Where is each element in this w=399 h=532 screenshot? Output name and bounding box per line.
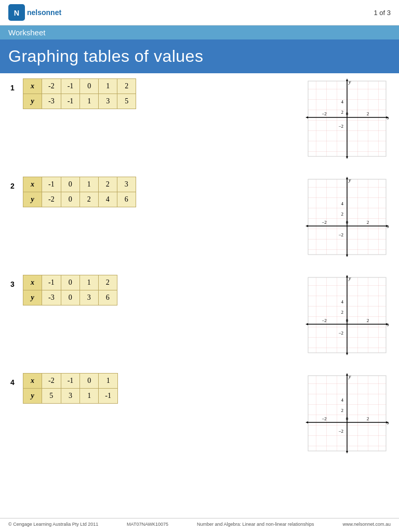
svg-marker-57: [346, 451, 348, 454]
svg-text:x: x: [387, 223, 389, 229]
x-label: x: [23, 275, 42, 290]
table-cell: 5: [117, 94, 136, 109]
svg-text:−2: −2: [322, 220, 327, 225]
svg-text:−2: −2: [322, 318, 327, 323]
svg-text:0: 0: [346, 416, 349, 421]
table-cell: 0: [61, 177, 79, 192]
logo-icon: N: [8, 4, 25, 21]
title-bar: Graphing tables of values: [0, 39, 399, 73]
table-cell: 1: [79, 177, 98, 192]
graph-2: x y −2 0 2 4 2 −2: [305, 177, 389, 257]
svg-text:−2: −2: [338, 429, 343, 434]
problem-2-graph: x y −2 0 2 4 2 −2: [305, 177, 389, 259]
table-cell: 0: [61, 290, 79, 305]
table-cell: -1: [61, 374, 80, 389]
table-cell: 3: [117, 177, 136, 192]
graph-4: x y −2 0 2 4 2 −2: [305, 373, 389, 454]
svg-marker-55: [346, 373, 348, 376]
svg-text:−2: −2: [338, 330, 343, 336]
x-label: x: [23, 374, 42, 389]
svg-text:−2: −2: [322, 416, 327, 421]
svg-marker-8: [305, 116, 308, 118]
page-number: 1 of 3: [374, 9, 391, 17]
table-cell: 0: [61, 192, 79, 207]
table-cell: -1: [99, 389, 118, 404]
svg-marker-25: [346, 255, 348, 257]
table-cell: 0: [61, 275, 79, 290]
svg-text:2: 2: [367, 111, 369, 116]
table-cell: -1: [61, 94, 80, 109]
table-cell: -1: [42, 177, 61, 192]
table-cell: -2: [42, 192, 61, 207]
footer: © Cengage Learning Australia Pty Ltd 201…: [0, 518, 399, 527]
svg-text:x: x: [387, 420, 389, 425]
table-cell: -1: [42, 275, 61, 290]
table-cell: 6: [117, 192, 136, 207]
table-cell: -2: [42, 374, 61, 389]
y-label: y: [23, 94, 42, 109]
svg-text:−2: −2: [338, 232, 343, 237]
svg-text:−2: −2: [322, 111, 327, 116]
table-cell: -3: [42, 290, 61, 305]
graph-1: x y −2 0 2 4 2 −2: [305, 78, 389, 159]
problem-2: 2 x -1 0 1 2 3 y -2 0 2 4 6: [10, 177, 389, 259]
table-cell: 2: [79, 192, 98, 207]
logo-text: nelsonnet: [27, 8, 61, 17]
header: N nelsonnet 1 of 3: [0, 0, 399, 25]
x-label: x: [23, 177, 42, 192]
problem-3-left: 3 x -1 0 1 2 y -3 0 3 6: [10, 275, 305, 305]
svg-text:4: 4: [341, 397, 344, 403]
svg-text:2: 2: [367, 318, 369, 323]
problem-2-table: x -1 0 1 2 3 y -2 0 2 4 6: [23, 177, 136, 207]
table-cell: 0: [80, 79, 99, 94]
table-cell: 1: [80, 389, 99, 404]
svg-text:4: 4: [341, 99, 344, 104]
table-cell: 2: [98, 177, 117, 192]
svg-text:y: y: [348, 374, 351, 379]
svg-text:0: 0: [346, 111, 349, 116]
content: 1 x -2 -1 0 1 2 y -3 -1 1 3 5: [0, 78, 399, 456]
subject: Number and Algebra: Linear and non-linea…: [197, 522, 314, 527]
svg-text:x: x: [387, 322, 389, 327]
svg-text:y: y: [348, 79, 351, 85]
svg-text:2: 2: [341, 310, 344, 315]
problem-3-number: 3: [10, 280, 19, 288]
table-cell: 4: [98, 192, 117, 207]
svg-marker-23: [346, 177, 348, 179]
table-cell: 5: [42, 389, 61, 404]
table-cell: -2: [42, 79, 61, 94]
logo-area: N nelsonnet: [8, 4, 61, 21]
table-cell: 1: [99, 374, 118, 389]
svg-text:0: 0: [346, 220, 349, 225]
worksheet-bar: Worksheet: [0, 25, 399, 39]
problem-4-left: 4 x -2 -1 0 1 y 5 3 1 -1: [10, 373, 305, 404]
table-cell: 1: [80, 94, 99, 109]
code: MAT07NAWK10075: [127, 522, 168, 527]
problem-4-table: x -2 -1 0 1 y 5 3 1 -1: [23, 373, 118, 404]
table-cell: 3: [79, 290, 98, 305]
svg-text:x: x: [387, 115, 389, 121]
problem-1-table: x -2 -1 0 1 2 y -3 -1 1 3 5: [23, 78, 136, 109]
problem-2-left: 2 x -1 0 1 2 3 y -2 0 2 4 6: [10, 177, 305, 207]
svg-marker-56: [305, 421, 308, 423]
svg-marker-24: [305, 225, 308, 227]
svg-text:4: 4: [341, 201, 344, 206]
y-label: y: [23, 389, 42, 404]
svg-text:2: 2: [367, 416, 369, 421]
page-title: Graphing tables of values: [8, 47, 391, 66]
svg-marker-9: [346, 156, 348, 159]
problem-1: 1 x -2 -1 0 1 2 y -3 -1 1 3 5: [10, 78, 389, 161]
problem-3: 3 x -1 0 1 2 y -3 0 3 6: [10, 275, 389, 357]
problem-1-number: 1: [10, 84, 19, 92]
table-cell: 0: [80, 374, 99, 389]
table-cell: 6: [98, 290, 117, 305]
problem-4: 4 x -2 -1 0 1 y 5 3 1 -1: [10, 373, 389, 456]
y-label: y: [23, 192, 42, 207]
svg-text:2: 2: [341, 211, 344, 217]
graph-3: x y −2 0 2 4 2 −2: [305, 275, 389, 355]
y-label: y: [23, 290, 42, 305]
website: www.nelsonnet.com.au: [342, 522, 391, 527]
svg-text:2: 2: [341, 110, 344, 115]
copyright: © Cengage Learning Australia Pty Ltd 201…: [8, 522, 98, 527]
svg-text:y: y: [348, 275, 351, 281]
